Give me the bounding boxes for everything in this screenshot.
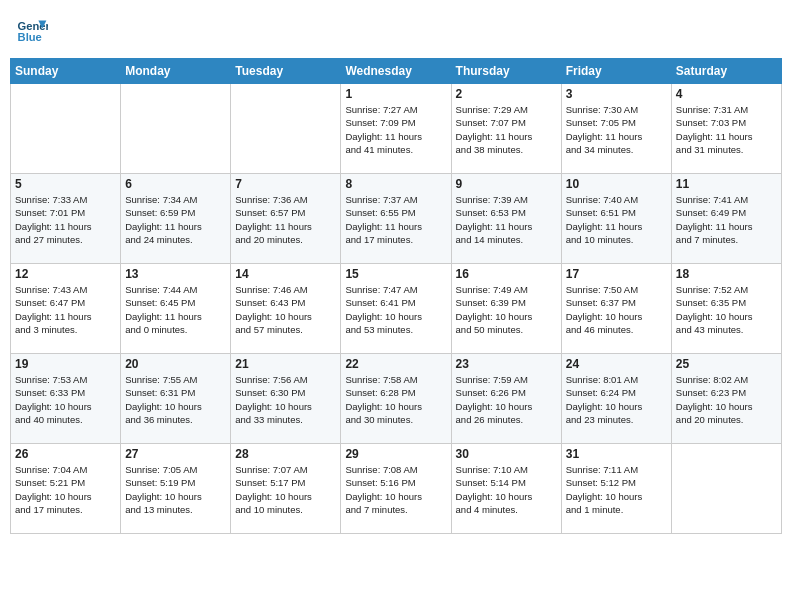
calendar-table: SundayMondayTuesdayWednesdayThursdayFrid…	[10, 58, 782, 534]
day-number: 5	[15, 177, 116, 191]
day-info: Sunrise: 8:01 AMSunset: 6:24 PMDaylight:…	[566, 373, 667, 426]
calendar-cell: 23Sunrise: 7:59 AMSunset: 6:26 PMDayligh…	[451, 354, 561, 444]
day-number: 24	[566, 357, 667, 371]
calendar-cell: 15Sunrise: 7:47 AMSunset: 6:41 PMDayligh…	[341, 264, 451, 354]
week-row-3: 12Sunrise: 7:43 AMSunset: 6:47 PMDayligh…	[11, 264, 782, 354]
day-info: Sunrise: 7:29 AMSunset: 7:07 PMDaylight:…	[456, 103, 557, 156]
day-info: Sunrise: 7:05 AMSunset: 5:19 PMDaylight:…	[125, 463, 226, 516]
day-info: Sunrise: 7:31 AMSunset: 7:03 PMDaylight:…	[676, 103, 777, 156]
weekday-header-monday: Monday	[121, 59, 231, 84]
day-info: Sunrise: 7:41 AMSunset: 6:49 PMDaylight:…	[676, 193, 777, 246]
calendar-cell: 5Sunrise: 7:33 AMSunset: 7:01 PMDaylight…	[11, 174, 121, 264]
day-info: Sunrise: 7:50 AMSunset: 6:37 PMDaylight:…	[566, 283, 667, 336]
calendar-cell: 27Sunrise: 7:05 AMSunset: 5:19 PMDayligh…	[121, 444, 231, 534]
day-info: Sunrise: 7:46 AMSunset: 6:43 PMDaylight:…	[235, 283, 336, 336]
calendar-cell: 9Sunrise: 7:39 AMSunset: 6:53 PMDaylight…	[451, 174, 561, 264]
day-number: 21	[235, 357, 336, 371]
calendar-cell: 1Sunrise: 7:27 AMSunset: 7:09 PMDaylight…	[341, 84, 451, 174]
day-number: 15	[345, 267, 446, 281]
calendar-cell: 11Sunrise: 7:41 AMSunset: 6:49 PMDayligh…	[671, 174, 781, 264]
week-row-5: 26Sunrise: 7:04 AMSunset: 5:21 PMDayligh…	[11, 444, 782, 534]
calendar-cell: 2Sunrise: 7:29 AMSunset: 7:07 PMDaylight…	[451, 84, 561, 174]
calendar-cell: 25Sunrise: 8:02 AMSunset: 6:23 PMDayligh…	[671, 354, 781, 444]
week-row-4: 19Sunrise: 7:53 AMSunset: 6:33 PMDayligh…	[11, 354, 782, 444]
weekday-header-friday: Friday	[561, 59, 671, 84]
day-number: 3	[566, 87, 667, 101]
day-number: 29	[345, 447, 446, 461]
day-number: 22	[345, 357, 446, 371]
day-info: Sunrise: 7:39 AMSunset: 6:53 PMDaylight:…	[456, 193, 557, 246]
day-number: 19	[15, 357, 116, 371]
calendar-cell: 21Sunrise: 7:56 AMSunset: 6:30 PMDayligh…	[231, 354, 341, 444]
day-number: 11	[676, 177, 777, 191]
calendar-cell: 4Sunrise: 7:31 AMSunset: 7:03 PMDaylight…	[671, 84, 781, 174]
day-number: 13	[125, 267, 226, 281]
day-info: Sunrise: 7:27 AMSunset: 7:09 PMDaylight:…	[345, 103, 446, 156]
day-number: 10	[566, 177, 667, 191]
page-header: General Blue	[10, 10, 782, 50]
day-info: Sunrise: 7:10 AMSunset: 5:14 PMDaylight:…	[456, 463, 557, 516]
day-info: Sunrise: 7:36 AMSunset: 6:57 PMDaylight:…	[235, 193, 336, 246]
weekday-header-thursday: Thursday	[451, 59, 561, 84]
day-number: 31	[566, 447, 667, 461]
calendar-cell	[231, 84, 341, 174]
day-info: Sunrise: 7:49 AMSunset: 6:39 PMDaylight:…	[456, 283, 557, 336]
weekday-header-tuesday: Tuesday	[231, 59, 341, 84]
day-info: Sunrise: 7:04 AMSunset: 5:21 PMDaylight:…	[15, 463, 116, 516]
calendar-cell: 24Sunrise: 8:01 AMSunset: 6:24 PMDayligh…	[561, 354, 671, 444]
weekday-header-sunday: Sunday	[11, 59, 121, 84]
day-info: Sunrise: 7:53 AMSunset: 6:33 PMDaylight:…	[15, 373, 116, 426]
calendar-cell	[121, 84, 231, 174]
day-number: 20	[125, 357, 226, 371]
day-number: 14	[235, 267, 336, 281]
day-info: Sunrise: 7:33 AMSunset: 7:01 PMDaylight:…	[15, 193, 116, 246]
week-row-1: 1Sunrise: 7:27 AMSunset: 7:09 PMDaylight…	[11, 84, 782, 174]
calendar-cell	[11, 84, 121, 174]
calendar-cell: 12Sunrise: 7:43 AMSunset: 6:47 PMDayligh…	[11, 264, 121, 354]
logo: General Blue	[16, 14, 50, 46]
day-number: 9	[456, 177, 557, 191]
day-info: Sunrise: 7:11 AMSunset: 5:12 PMDaylight:…	[566, 463, 667, 516]
calendar-cell: 8Sunrise: 7:37 AMSunset: 6:55 PMDaylight…	[341, 174, 451, 264]
svg-text:Blue: Blue	[18, 31, 42, 43]
day-number: 27	[125, 447, 226, 461]
week-row-2: 5Sunrise: 7:33 AMSunset: 7:01 PMDaylight…	[11, 174, 782, 264]
calendar-cell: 28Sunrise: 7:07 AMSunset: 5:17 PMDayligh…	[231, 444, 341, 534]
calendar-cell: 29Sunrise: 7:08 AMSunset: 5:16 PMDayligh…	[341, 444, 451, 534]
day-info: Sunrise: 7:40 AMSunset: 6:51 PMDaylight:…	[566, 193, 667, 246]
calendar-cell: 14Sunrise: 7:46 AMSunset: 6:43 PMDayligh…	[231, 264, 341, 354]
day-number: 28	[235, 447, 336, 461]
day-info: Sunrise: 7:55 AMSunset: 6:31 PMDaylight:…	[125, 373, 226, 426]
calendar-cell: 22Sunrise: 7:58 AMSunset: 6:28 PMDayligh…	[341, 354, 451, 444]
day-info: Sunrise: 8:02 AMSunset: 6:23 PMDaylight:…	[676, 373, 777, 426]
calendar-cell: 3Sunrise: 7:30 AMSunset: 7:05 PMDaylight…	[561, 84, 671, 174]
day-number: 12	[15, 267, 116, 281]
logo-icon: General Blue	[16, 14, 48, 46]
calendar-cell: 26Sunrise: 7:04 AMSunset: 5:21 PMDayligh…	[11, 444, 121, 534]
day-info: Sunrise: 7:59 AMSunset: 6:26 PMDaylight:…	[456, 373, 557, 426]
day-number: 16	[456, 267, 557, 281]
day-info: Sunrise: 7:08 AMSunset: 5:16 PMDaylight:…	[345, 463, 446, 516]
calendar-cell: 17Sunrise: 7:50 AMSunset: 6:37 PMDayligh…	[561, 264, 671, 354]
day-info: Sunrise: 7:47 AMSunset: 6:41 PMDaylight:…	[345, 283, 446, 336]
day-number: 18	[676, 267, 777, 281]
day-number: 23	[456, 357, 557, 371]
weekday-header-saturday: Saturday	[671, 59, 781, 84]
calendar-cell: 31Sunrise: 7:11 AMSunset: 5:12 PMDayligh…	[561, 444, 671, 534]
day-info: Sunrise: 7:30 AMSunset: 7:05 PMDaylight:…	[566, 103, 667, 156]
day-number: 7	[235, 177, 336, 191]
calendar-cell: 13Sunrise: 7:44 AMSunset: 6:45 PMDayligh…	[121, 264, 231, 354]
day-info: Sunrise: 7:58 AMSunset: 6:28 PMDaylight:…	[345, 373, 446, 426]
day-info: Sunrise: 7:52 AMSunset: 6:35 PMDaylight:…	[676, 283, 777, 336]
calendar-cell: 30Sunrise: 7:10 AMSunset: 5:14 PMDayligh…	[451, 444, 561, 534]
day-info: Sunrise: 7:37 AMSunset: 6:55 PMDaylight:…	[345, 193, 446, 246]
calendar-cell: 19Sunrise: 7:53 AMSunset: 6:33 PMDayligh…	[11, 354, 121, 444]
calendar-header: SundayMondayTuesdayWednesdayThursdayFrid…	[11, 59, 782, 84]
day-number: 8	[345, 177, 446, 191]
day-info: Sunrise: 7:07 AMSunset: 5:17 PMDaylight:…	[235, 463, 336, 516]
day-info: Sunrise: 7:34 AMSunset: 6:59 PMDaylight:…	[125, 193, 226, 246]
day-info: Sunrise: 7:43 AMSunset: 6:47 PMDaylight:…	[15, 283, 116, 336]
day-number: 1	[345, 87, 446, 101]
day-number: 30	[456, 447, 557, 461]
day-info: Sunrise: 7:44 AMSunset: 6:45 PMDaylight:…	[125, 283, 226, 336]
